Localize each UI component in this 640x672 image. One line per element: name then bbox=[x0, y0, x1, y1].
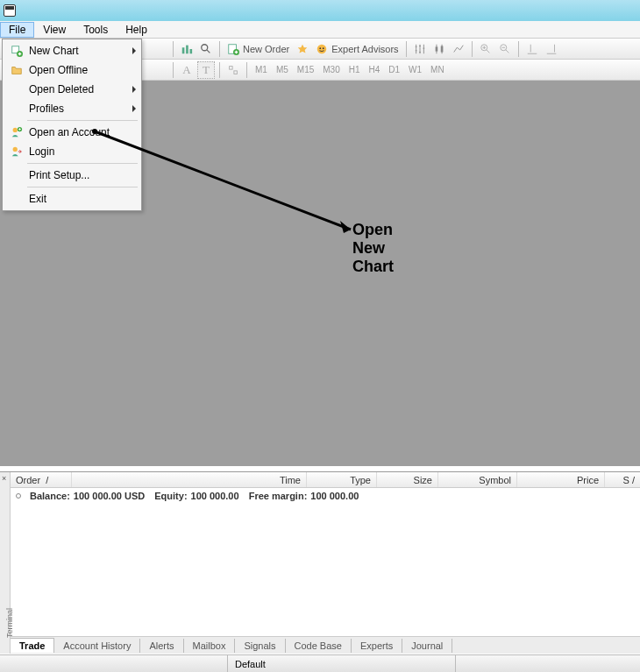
terminal-body: Order / Time Type Size Symbol Price S / … bbox=[11, 472, 640, 654]
file-new-chart[interactable]: New Chart bbox=[4, 41, 139, 60]
svg-rect-2 bbox=[190, 49, 193, 53]
new-order-label: New Order bbox=[243, 44, 289, 54]
tf-h4[interactable]: H4 bbox=[366, 61, 384, 79]
line-icon[interactable] bbox=[450, 40, 467, 58]
tf-m15[interactable]: M15 bbox=[294, 61, 317, 79]
tab-trade[interactable]: Trade bbox=[11, 638, 54, 653]
tab-signals[interactable]: Signals bbox=[235, 639, 285, 653]
zoom-out-icon[interactable] bbox=[496, 40, 514, 58]
expert-advisors-button[interactable]: Expert Advisors bbox=[313, 40, 401, 58]
tab-journal[interactable]: Journal bbox=[402, 639, 452, 653]
text-tool-a[interactable]: A bbox=[178, 61, 196, 79]
file-open-offline-label: Open Offline bbox=[25, 64, 136, 76]
submenu-arrow-icon bbox=[132, 47, 136, 54]
zoom-in-icon[interactable] bbox=[477, 40, 494, 58]
separator bbox=[219, 41, 220, 57]
tf-m30[interactable]: M30 bbox=[319, 61, 343, 79]
svg-marker-7 bbox=[298, 44, 308, 53]
submenu-arrow-icon bbox=[132, 86, 136, 93]
terminal-rows: Balance: 100 000.00 USD Equity: 100 000.… bbox=[11, 488, 640, 636]
menu-tools[interactable]: Tools bbox=[75, 22, 117, 38]
freemargin-value: 100 000.00 bbox=[310, 491, 359, 501]
file-open-account[interactable]: Open an Account bbox=[4, 123, 139, 142]
balance-row[interactable]: Balance: 100 000.00 USD Equity: 100 000.… bbox=[11, 488, 640, 504]
separator bbox=[472, 41, 473, 57]
new-chart-icon bbox=[8, 45, 25, 57]
svg-point-8 bbox=[317, 44, 327, 53]
tf-m5[interactable]: M5 bbox=[273, 61, 292, 79]
file-open-deleted[interactable]: Open Deleted bbox=[4, 80, 139, 99]
separator bbox=[173, 62, 174, 78]
tf-w1[interactable]: W1 bbox=[405, 61, 425, 79]
zoom-button[interactable] bbox=[197, 40, 215, 58]
menu-help[interactable]: Help bbox=[117, 22, 156, 38]
svg-rect-19 bbox=[230, 66, 233, 69]
status-dot-icon bbox=[16, 493, 21, 499]
candles-icon[interactable] bbox=[430, 40, 448, 58]
file-print-setup[interactable]: Print Setup... bbox=[4, 166, 139, 185]
balance-label: Balance: bbox=[30, 491, 70, 501]
app-icon bbox=[4, 4, 16, 17]
chart-type-button[interactable] bbox=[178, 40, 196, 58]
terminal-panel: × Terminal Order / Time Type Size Symbol… bbox=[0, 471, 640, 654]
objects-icon[interactable] bbox=[224, 61, 242, 79]
file-open-offline[interactable]: Open Offline bbox=[4, 60, 139, 80]
expert-advisors-label: Expert Advisors bbox=[331, 44, 398, 54]
autoscroll-icon[interactable] bbox=[543, 40, 560, 58]
col-order[interactable]: Order / bbox=[11, 472, 72, 487]
tf-mn[interactable]: MN bbox=[427, 61, 448, 79]
title-bar bbox=[0, 0, 640, 21]
col-time[interactable]: Time bbox=[72, 472, 307, 487]
terminal-vbar-label: Terminal bbox=[5, 608, 14, 638]
file-profiles-label: Profiles bbox=[25, 103, 132, 115]
file-new-chart-label: New Chart bbox=[25, 45, 132, 57]
separator bbox=[173, 41, 174, 57]
col-size[interactable]: Size bbox=[377, 472, 438, 487]
separator bbox=[27, 120, 138, 121]
tab-account-history[interactable]: Account History bbox=[54, 639, 140, 653]
file-exit-label: Exit bbox=[25, 193, 136, 205]
text-tool-t[interactable]: T bbox=[197, 61, 215, 79]
menu-view[interactable]: View bbox=[34, 22, 75, 38]
tab-alerts[interactable]: Alerts bbox=[140, 639, 183, 653]
separator bbox=[27, 163, 138, 164]
col-symbol[interactable]: Symbol bbox=[438, 472, 517, 487]
file-profiles[interactable]: Profiles bbox=[4, 99, 139, 118]
balance-value: 100 000.00 USD bbox=[74, 491, 145, 501]
svg-line-4 bbox=[207, 49, 210, 53]
menu-file[interactable]: File bbox=[0, 22, 34, 38]
col-price[interactable]: Price bbox=[517, 472, 605, 487]
terminal-vbar: × Terminal bbox=[0, 472, 11, 654]
submenu-arrow-icon bbox=[132, 105, 136, 112]
tab-code-base[interactable]: Code Base bbox=[286, 639, 352, 653]
shift-icon[interactable] bbox=[523, 40, 541, 58]
svg-rect-1 bbox=[186, 45, 188, 53]
file-exit[interactable]: Exit bbox=[4, 189, 139, 209]
separator bbox=[518, 41, 519, 57]
folder-icon bbox=[8, 64, 25, 76]
new-order-button[interactable]: New Order bbox=[224, 40, 292, 58]
equity-value: 100 000.00 bbox=[191, 491, 239, 501]
tf-m1[interactable]: M1 bbox=[252, 61, 271, 79]
separator bbox=[406, 41, 407, 57]
close-icon[interactable]: × bbox=[2, 474, 6, 483]
terminal-tabs: Trade Account History Alerts Mailbox Sig… bbox=[11, 636, 640, 654]
freemargin-label: Free margin: bbox=[249, 491, 308, 501]
svg-point-25 bbox=[13, 147, 18, 152]
person-add-icon bbox=[8, 126, 25, 138]
tab-experts[interactable]: Experts bbox=[352, 639, 402, 653]
equity-label: Equity: bbox=[154, 491, 187, 501]
status-profile: Default bbox=[228, 655, 456, 672]
autotrading-button[interactable] bbox=[294, 40, 311, 58]
tf-d1[interactable]: D1 bbox=[385, 61, 403, 79]
file-login[interactable]: Login bbox=[4, 142, 139, 161]
file-dropdown: New Chart Open Offline Open Deleted Prof… bbox=[2, 39, 142, 211]
svg-rect-20 bbox=[234, 70, 238, 74]
tab-mailbox[interactable]: Mailbox bbox=[184, 639, 236, 653]
tf-h1[interactable]: H1 bbox=[345, 61, 364, 79]
bars-icon[interactable] bbox=[411, 40, 429, 58]
col-type[interactable]: Type bbox=[307, 472, 377, 487]
col-sl[interactable]: S / bbox=[605, 472, 640, 487]
status-right bbox=[456, 655, 640, 672]
file-login-label: Login bbox=[25, 145, 136, 158]
